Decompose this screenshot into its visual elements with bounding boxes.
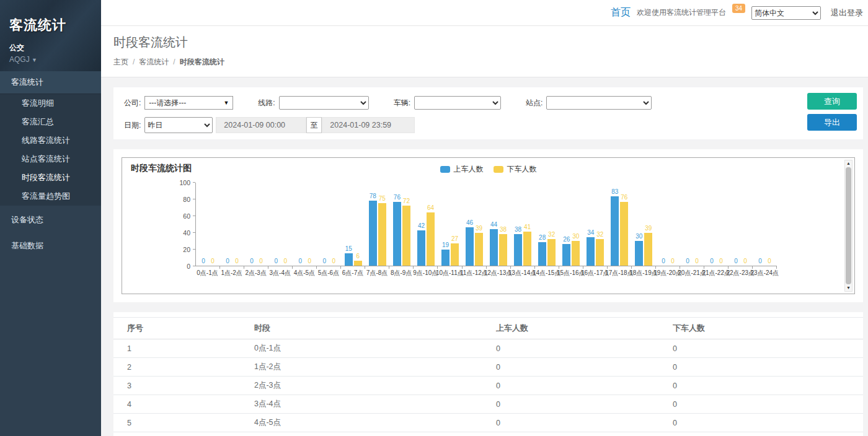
sidebar-item-active[interactable]: 时段客流统计 — [0, 168, 101, 187]
bar-value-label: 0 — [226, 258, 229, 264]
breadcrumb: 主页/客流统计/时段客流统计 — [113, 57, 868, 68]
filter-row-1: 公司: ---请选择--- ▼ 线路: 车辆: 站点: — [124, 96, 863, 110]
sidebar-item-sub[interactable]: 客流量趋势图 — [0, 187, 101, 206]
bar-alighting — [596, 239, 604, 266]
bar-value-label: 46 — [466, 219, 473, 226]
bar-value-label: 30 — [572, 233, 579, 240]
bar-value-label: 0 — [332, 258, 335, 264]
bar-slot: 0 — [717, 183, 725, 266]
bar-value-label: 42 — [418, 222, 425, 229]
data-table: 序号时段上车人数下车人数 10点-1点0021点-2点0032点-3点0043点… — [113, 317, 863, 436]
sidebar-item-sub[interactable]: 客流汇总 — [0, 113, 101, 131]
x-tick-label: 15点-16点 — [559, 269, 583, 277]
bar-value-label: 38 — [515, 226, 521, 233]
table-cell: 2 — [113, 358, 253, 377]
sidebar-item[interactable]: 基础数据 — [0, 234, 101, 258]
category-cell: 156 — [341, 183, 365, 266]
category-cell: 7875 — [365, 183, 389, 266]
x-tick-label: 4点-5点 — [292, 269, 316, 277]
breadcrumb-item[interactable]: 主页 — [113, 58, 128, 66]
chart-title: 时段车流统计图 — [131, 163, 192, 174]
category-cell: 00 — [680, 183, 704, 266]
legend-label: 下车人数 — [507, 164, 537, 175]
y-axis: 020406080100 — [174, 183, 193, 266]
bar-slot: 72 — [402, 183, 410, 266]
date-end-input[interactable]: 2024-01-09 23:59 — [322, 117, 415, 133]
date-start-input[interactable]: 2024-01-09 00:00 — [216, 117, 306, 133]
category-cell: 4438 — [487, 183, 511, 266]
bar-slot: 64 — [427, 183, 435, 266]
language-select[interactable]: 简体中文 — [751, 6, 821, 20]
scrollbar-thumb[interactable] — [846, 167, 851, 284]
x-tick-label: 8点-9点 — [389, 269, 414, 277]
sidebar-item-sub[interactable]: 线路客流统计 — [0, 131, 101, 150]
breadcrumb-separator: / — [133, 58, 135, 66]
category-cell: 00 — [196, 183, 220, 266]
bar-slot: 0 — [693, 183, 701, 266]
sidebar-brand: 客流统计 公交 AQGJ ▼ — [0, 0, 101, 71]
x-tick-label: 23点-24点 — [753, 269, 777, 277]
sidebar-item-sub[interactable]: 客流明细 — [0, 94, 101, 113]
bar-slot: 0 — [330, 183, 338, 266]
bar-slot: 75 — [378, 183, 386, 266]
breadcrumb-item[interactable]: 客流统计 — [139, 58, 169, 66]
scroll-up-icon[interactable]: ▲ — [846, 161, 851, 166]
x-tick-label-text: 9点-10点 — [413, 269, 438, 277]
category-cell: 00 — [656, 183, 680, 266]
table-cell: 6 — [113, 432, 253, 436]
bar-slot: 0 — [668, 183, 676, 266]
main-area: 首页 欢迎使用客流统计管理平台 34 简体中文 退出登录 时段客流统计 主页/客… — [101, 0, 868, 436]
account-dropdown[interactable]: AQGJ ▼ — [9, 55, 101, 64]
sidebar-item-passenger-stats[interactable]: 客流统计 — [0, 71, 101, 94]
table-header-row: 序号时段上车人数下车人数 — [113, 318, 863, 339]
company-select[interactable]: ---请选择--- ▼ — [144, 96, 233, 110]
sidebar-item-sub[interactable]: 站点客流统计 — [0, 150, 101, 168]
bar-alighting — [451, 243, 459, 266]
table-cell: 0 — [495, 432, 671, 436]
table-header-cell: 下车人数 — [671, 318, 863, 339]
query-button[interactable]: 查询 — [807, 93, 857, 110]
x-tick-label-text: 2点-3点 — [245, 269, 266, 277]
category-cell: 8376 — [608, 183, 632, 266]
bar-value-label: 15 — [345, 245, 352, 252]
bar-boarding — [393, 202, 401, 266]
table-cell: 0 — [495, 339, 671, 358]
vehicle-select[interactable] — [414, 96, 501, 110]
sidebar-item[interactable]: 设备状态 — [0, 208, 101, 232]
category-cell: 00 — [728, 183, 753, 266]
table-cell: 1点-2点 — [253, 358, 495, 377]
category-cell: 00 — [220, 183, 244, 266]
bar-slot: 0 — [321, 183, 329, 266]
chart-scrollbar[interactable]: ▲ ▼ — [844, 160, 852, 292]
scroll-down-icon[interactable]: ▼ — [846, 286, 851, 290]
bar-value-label: 41 — [524, 224, 531, 230]
logout-link[interactable]: 退出登录 — [831, 7, 863, 19]
bar-alighting — [644, 233, 652, 266]
table-row: 32点-3点00 — [113, 377, 863, 395]
bar-slot: 41 — [523, 183, 531, 266]
bar-value-label: 39 — [645, 225, 652, 232]
date-preset-select[interactable]: 昨日 — [144, 117, 213, 133]
table-row: 10点-1点00 — [113, 339, 863, 358]
export-button[interactable]: 导出 — [807, 114, 857, 131]
bar-alighting — [354, 261, 362, 266]
bar-slot: 0 — [248, 183, 256, 266]
bar-value-label: 30 — [636, 233, 642, 240]
bar-value-label: 38 — [500, 226, 507, 233]
bar-boarding — [345, 253, 353, 266]
bar-slot: 26 — [562, 183, 570, 266]
category-cell: 3841 — [511, 183, 535, 266]
bar-value-label: 0 — [202, 258, 205, 264]
bar-slot: 83 — [611, 183, 619, 266]
station-select[interactable] — [546, 96, 652, 110]
company-select-value: ---请选择--- — [149, 98, 186, 108]
table-cell: 0点-1点 — [253, 339, 495, 358]
line-select[interactable] — [279, 96, 369, 110]
table-cell: 0 — [495, 377, 671, 395]
bar-value-label: 0 — [768, 258, 771, 264]
home-link[interactable]: 首页 — [611, 6, 631, 19]
bar-value-label: 75 — [379, 195, 386, 202]
station-label: 站点: — [526, 98, 542, 108]
bar-value-label: 28 — [539, 234, 546, 241]
x-tick-label: 11点-12点 — [462, 269, 486, 277]
